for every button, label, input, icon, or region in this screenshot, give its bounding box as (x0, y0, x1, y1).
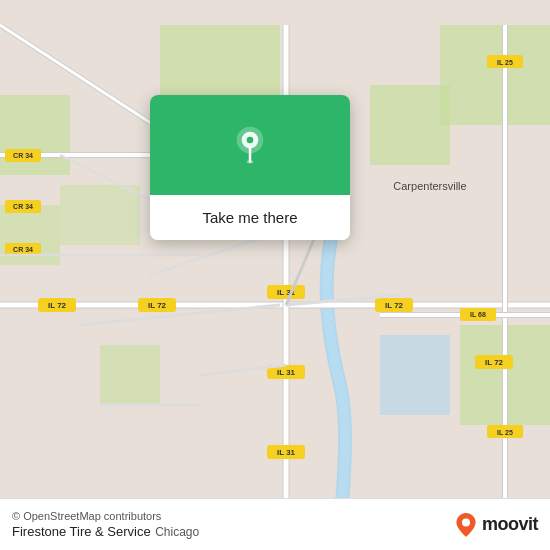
svg-text:Carpentersville: Carpentersville (393, 180, 466, 192)
svg-text:CR 34: CR 34 (13, 152, 33, 159)
location-pin-icon (230, 125, 270, 165)
moovit-pin-icon (454, 513, 478, 537)
svg-text:IL 72: IL 72 (385, 301, 404, 310)
card-top-green (150, 95, 350, 195)
svg-text:IL 25: IL 25 (497, 59, 513, 66)
svg-text:IL 31: IL 31 (277, 368, 296, 377)
map-svg: IL 72 IL 72 IL 72 CR 34 CR 34 CR 34 IL 3… (0, 0, 550, 550)
business-location: Chicago (155, 525, 199, 539)
svg-rect-1 (370, 85, 450, 165)
svg-point-60 (462, 518, 470, 526)
location-card: Take me there (150, 95, 350, 240)
svg-text:CR 34: CR 34 (13, 203, 33, 210)
map-attribution: © OpenStreetMap contributors (12, 510, 199, 522)
moovit-label: moovit (482, 514, 538, 535)
svg-text:IL 68: IL 68 (470, 311, 486, 318)
business-name: Firestone Tire & Service (12, 524, 151, 539)
svg-text:IL 25: IL 25 (497, 429, 513, 436)
svg-point-59 (247, 160, 254, 163)
svg-rect-8 (100, 345, 160, 405)
svg-text:IL 31: IL 31 (277, 448, 296, 457)
svg-rect-7 (380, 335, 450, 415)
svg-rect-3 (0, 95, 70, 175)
svg-rect-5 (60, 185, 140, 245)
moovit-logo: moovit (454, 513, 538, 537)
svg-rect-0 (160, 25, 280, 105)
svg-rect-2 (440, 25, 550, 125)
svg-text:IL 72: IL 72 (48, 301, 67, 310)
take-me-there-button[interactable]: Take me there (150, 195, 350, 240)
map-container: IL 72 IL 72 IL 72 CR 34 CR 34 CR 34 IL 3… (0, 0, 550, 550)
bottom-bar: © OpenStreetMap contributors Firestone T… (0, 498, 550, 550)
svg-text:IL 72: IL 72 (148, 301, 167, 310)
bottom-left: © OpenStreetMap contributors Firestone T… (12, 510, 199, 540)
svg-text:CR 34: CR 34 (13, 246, 33, 253)
svg-point-58 (247, 137, 254, 144)
business-info: Firestone Tire & Service Chicago (12, 522, 199, 540)
svg-text:IL 72: IL 72 (485, 358, 504, 367)
